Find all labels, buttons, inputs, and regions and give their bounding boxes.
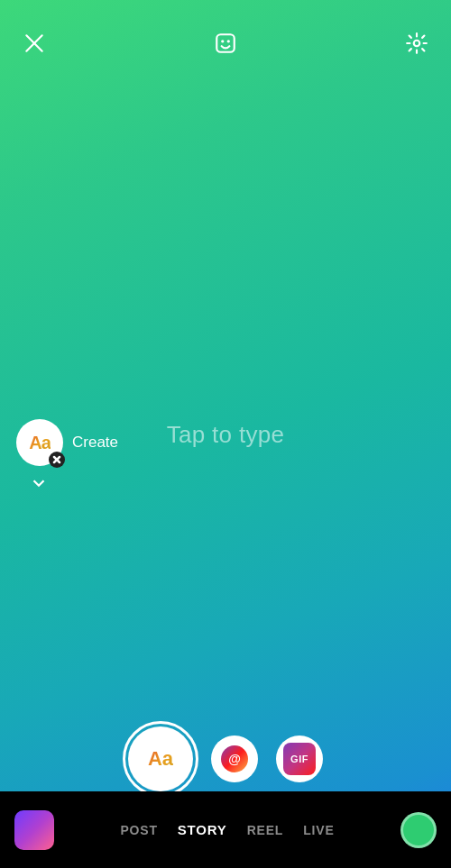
text-mode-button[interactable]: Aa [128, 726, 193, 791]
settings-icon[interactable] [400, 27, 433, 59]
mention-button[interactable]: @ [211, 736, 258, 782]
app-container: Tap to type Aa Create Aa [0, 0, 451, 868]
create-item[interactable]: Aa Create [16, 419, 118, 466]
gif-button[interactable]: GIF [276, 736, 323, 782]
nav-tabs: POST STORY REEL LIVE [120, 822, 334, 837]
aa-main-text: Aa [148, 747, 173, 771]
aa-circle: Aa [16, 419, 63, 466]
create-label: Create [72, 434, 118, 452]
aa-text: Aa [29, 433, 51, 453]
gallery-thumbnail[interactable] [14, 810, 54, 850]
tab-reel[interactable]: REEL [247, 823, 284, 837]
top-bar [0, 0, 451, 68]
tab-post[interactable]: POST [120, 823, 157, 837]
svg-rect-2 [216, 34, 235, 52]
svg-point-4 [227, 40, 230, 42]
sticker-icon[interactable] [209, 27, 242, 59]
live-indicator[interactable] [400, 812, 437, 848]
close-button[interactable] [18, 27, 51, 59]
svg-point-5 [414, 40, 420, 46]
tab-story[interactable]: STORY [178, 822, 227, 837]
tab-live[interactable]: LIVE [303, 823, 334, 837]
chevron-down-icon[interactable] [29, 473, 49, 497]
gif-inner: GIF [283, 743, 316, 775]
create-selector: Aa Create [16, 419, 118, 497]
tap-to-type-hint[interactable]: Tap to type [167, 420, 285, 448]
action-bar: Aa @ GIF [0, 726, 451, 791]
svg-point-3 [221, 40, 224, 42]
bottom-nav: POST STORY REEL LIVE [0, 791, 451, 868]
aa-close-badge [49, 452, 65, 468]
mention-icon: @ [221, 745, 248, 772]
